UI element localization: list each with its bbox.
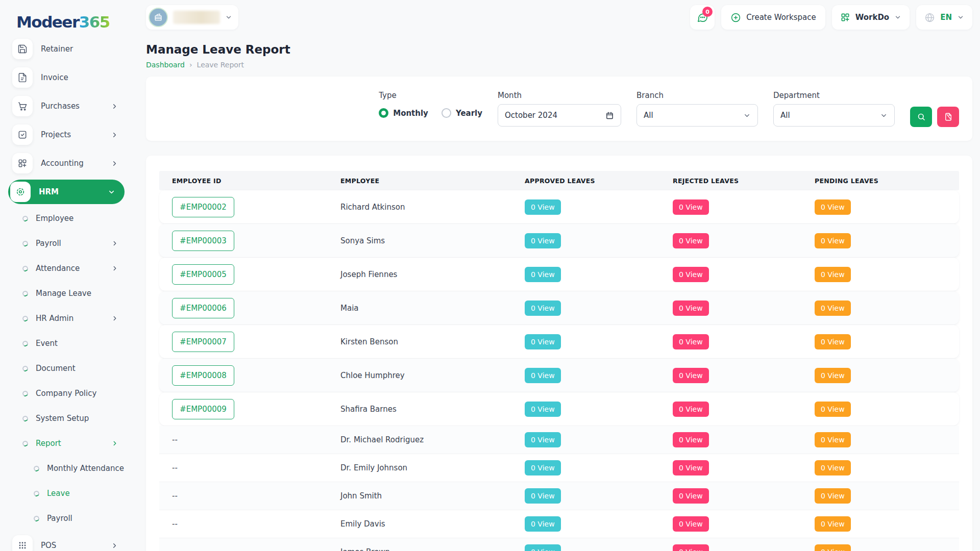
sidebar-item-hrm[interactable]: HRM xyxy=(8,180,125,204)
sidebar-item-company-policy[interactable]: Company Policy xyxy=(8,383,125,404)
branch-select[interactable]: All xyxy=(636,104,758,127)
pending-leaves-view-badge[interactable]: 0 View xyxy=(815,516,851,532)
rejected-leaves-view-badge[interactable]: 0 View xyxy=(673,488,709,504)
approved-leaves-view-badge[interactable]: 0 View xyxy=(525,368,561,383)
pending-leaves-view-badge[interactable]: 0 View xyxy=(815,402,851,417)
sidebar-item-system-setup[interactable]: System Setup xyxy=(8,408,125,429)
rejected-leaves-view-badge[interactable]: 0 View xyxy=(673,334,709,349)
sidebar-item-leave[interactable]: Leave xyxy=(8,483,125,504)
radio-monthly[interactable]: Monthly xyxy=(379,108,428,118)
employee-id-pill[interactable]: -- xyxy=(172,519,178,529)
sidebar-item-retainer[interactable]: Retainer xyxy=(8,37,125,61)
sidebar-item-monthly-attendance[interactable]: Monthly Attendance xyxy=(8,458,125,479)
employee-id-pill[interactable]: #EMP00003 xyxy=(172,231,234,251)
column-header-employee-id: EMPLOYEE ID xyxy=(159,177,328,185)
rejected-leaves-view-badge[interactable]: 0 View xyxy=(673,516,709,532)
sidebar-item-hr-admin[interactable]: HR Admin xyxy=(8,308,125,329)
approved-leaves-view-badge[interactable]: 0 View xyxy=(525,460,561,475)
sidebar-item-report[interactable]: Report xyxy=(8,433,125,454)
rejected-leaves-view-badge[interactable]: 0 View xyxy=(673,402,709,417)
employee-id-cell: #EMP00008 xyxy=(159,365,328,386)
workdo-menu-button[interactable]: WorkDo xyxy=(832,5,910,30)
rejected-leaves-view-badge[interactable]: 0 View xyxy=(673,368,709,383)
employee-id-pill[interactable]: -- xyxy=(172,435,178,444)
rejected-leaves-view-badge[interactable]: 0 View xyxy=(673,432,709,447)
employee-id-pill[interactable]: -- xyxy=(172,547,178,551)
pending-leaves-view-badge[interactable]: 0 View xyxy=(815,488,851,504)
table-row: -- Dr. Emily Johnson 0 View 0 View 0 Vie… xyxy=(159,454,959,482)
pending-leaves-view-badge[interactable]: 0 View xyxy=(815,544,851,551)
sidebar-item-manage-leave[interactable]: Manage Leave xyxy=(8,283,125,304)
pending-leaves-view-badge[interactable]: 0 View xyxy=(815,199,851,215)
rejected-leaves-view-badge[interactable]: 0 View xyxy=(673,544,709,551)
workspace-switcher[interactable] xyxy=(146,5,238,30)
approved-leaves-view-badge[interactable]: 0 View xyxy=(525,233,561,248)
sidebar-item-payroll-report[interactable]: Payroll xyxy=(8,508,125,529)
employee-id-pill[interactable]: #EMP00009 xyxy=(172,399,234,419)
rejected-leaves-view-badge[interactable]: 0 View xyxy=(673,199,709,215)
employee-id-cell: -- xyxy=(159,463,328,472)
pending-leaves-view-badge[interactable]: 0 View xyxy=(815,460,851,475)
sidebar-item-accounting[interactable]: Accounting xyxy=(8,151,125,176)
pending-leaves-view-badge[interactable]: 0 View xyxy=(815,334,851,349)
employee-id-pill[interactable]: #EMP00005 xyxy=(172,264,234,285)
sidebar-item-payroll[interactable]: Payroll xyxy=(8,233,125,254)
pending-leaves-view-badge[interactable]: 0 View xyxy=(815,300,851,316)
sidebar-item-purchases[interactable]: Purchases xyxy=(8,94,125,118)
approved-leaves-view-badge[interactable]: 0 View xyxy=(525,199,561,215)
department-select[interactable]: All xyxy=(773,104,895,127)
sidebar-item-label: System Setup xyxy=(36,414,89,423)
employee-id-cell: #EMP00002 xyxy=(159,197,328,217)
search-button[interactable] xyxy=(910,107,932,127)
approved-leaves-view-badge[interactable]: 0 View xyxy=(525,488,561,504)
employee-id-cell: #EMP00007 xyxy=(159,332,328,352)
reset-export-button[interactable] xyxy=(937,107,959,127)
employee-id-pill[interactable]: #EMP00007 xyxy=(172,332,234,352)
month-label: Month xyxy=(498,91,621,100)
create-workspace-button[interactable]: Create Workspace xyxy=(721,5,825,30)
approved-leaves-view-badge[interactable]: 0 View xyxy=(525,432,561,447)
pending-leaves-cell: 0 View xyxy=(802,460,959,475)
employee-id-pill[interactable]: -- xyxy=(172,463,178,472)
breadcrumb-dashboard-link[interactable]: Dashboard xyxy=(146,61,185,69)
rejected-leaves-view-badge[interactable]: 0 View xyxy=(673,300,709,316)
radio-yearly-label: Yearly xyxy=(456,109,482,118)
sidebar-item-invoice[interactable]: Invoice xyxy=(8,65,125,90)
pending-leaves-view-badge[interactable]: 0 View xyxy=(815,368,851,383)
employee-id-pill[interactable]: -- xyxy=(172,491,178,500)
pending-leaves-view-badge[interactable]: 0 View xyxy=(815,267,851,282)
approved-leaves-view-badge[interactable]: 0 View xyxy=(525,402,561,417)
radio-yearly[interactable]: Yearly xyxy=(442,108,482,118)
rejected-leaves-view-badge[interactable]: 0 View xyxy=(673,267,709,282)
employee-id-pill[interactable]: #EMP00006 xyxy=(172,298,234,318)
approved-leaves-view-badge[interactable]: 0 View xyxy=(525,334,561,349)
employee-id-pill[interactable]: #EMP00002 xyxy=(172,197,234,217)
rejected-leaves-view-badge[interactable]: 0 View xyxy=(673,460,709,475)
sidebar-item-pos[interactable]: POS xyxy=(8,533,125,551)
sidebar-item-projects[interactable]: Projects xyxy=(8,122,125,147)
messages-button[interactable]: 0 xyxy=(690,5,715,30)
employee-id-pill[interactable]: #EMP00008 xyxy=(172,365,234,386)
pending-leaves-view-badge[interactable]: 0 View xyxy=(815,432,851,447)
employee-name: Richard Atkinson xyxy=(328,203,512,212)
sidebar-item-employee[interactable]: Employee xyxy=(8,208,125,229)
month-input[interactable]: October 2024 xyxy=(498,104,621,127)
chevron-right-icon xyxy=(111,265,118,272)
rejected-leaves-view-badge[interactable]: 0 View xyxy=(673,233,709,248)
column-header-employee: EMPLOYEE xyxy=(328,177,512,185)
sidebar-item-document[interactable]: Document xyxy=(8,358,125,379)
language-selector[interactable]: EN xyxy=(916,5,972,30)
approved-leaves-cell: 0 View xyxy=(512,300,660,316)
department-filter-group: Department All xyxy=(773,91,895,141)
employee-name: John Smith xyxy=(328,491,512,500)
table-row: -- James Brown 0 View 0 View 0 View xyxy=(159,538,959,551)
branch-filter-group: Branch All xyxy=(636,91,758,141)
sidebar-item-event[interactable]: Event xyxy=(8,333,125,354)
approved-leaves-view-badge[interactable]: 0 View xyxy=(525,516,561,532)
sidebar-item-attendance[interactable]: Attendance xyxy=(8,258,125,279)
approved-leaves-view-badge[interactable]: 0 View xyxy=(525,267,561,282)
approved-leaves-view-badge[interactable]: 0 View xyxy=(525,300,561,316)
approved-leaves-view-badge[interactable]: 0 View xyxy=(525,544,561,551)
pending-leaves-view-badge[interactable]: 0 View xyxy=(815,233,851,248)
sidebar: Modeer365 Retainer Invoice Purchases Pro… xyxy=(0,0,133,551)
